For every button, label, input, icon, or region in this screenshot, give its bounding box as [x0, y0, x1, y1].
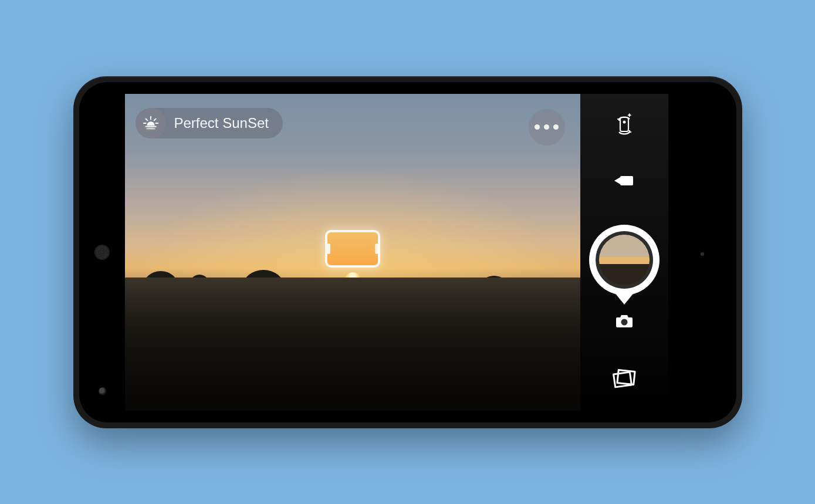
shutter-inner	[596, 231, 653, 289]
nav-dot	[701, 252, 704, 256]
more-icon	[535, 124, 540, 130]
svg-line-5	[146, 119, 147, 120]
gallery-button[interactable]	[610, 364, 638, 393]
camera-icon	[615, 313, 634, 329]
focus-reticle[interactable]	[325, 230, 380, 268]
more-options-button[interactable]	[529, 109, 565, 146]
svg-rect-11	[620, 176, 633, 185]
video-mode-button[interactable]	[610, 167, 638, 195]
switch-camera-button[interactable]	[610, 111, 638, 140]
scene-mode-label: Perfect SunSet	[174, 115, 269, 131]
svg-point-10	[623, 120, 625, 123]
shutter-pointer	[614, 292, 635, 305]
sunset-icon	[136, 108, 166, 138]
phone-inner: Perfect SunSet	[79, 82, 736, 422]
photo-mode-indicator[interactable]	[610, 307, 638, 335]
switch-camera-icon	[613, 112, 636, 139]
phone-frame: Perfect SunSet	[73, 76, 742, 428]
front-camera-dot	[99, 387, 107, 395]
camera-viewfinder[interactable]: Perfect SunSet	[125, 94, 580, 411]
shutter-button[interactable]	[589, 225, 660, 295]
svg-point-13	[621, 319, 627, 325]
earpiece-speaker	[94, 245, 110, 260]
ground	[125, 278, 580, 411]
gallery-icon	[612, 367, 637, 390]
svg-line-6	[154, 119, 155, 120]
left-bezel	[79, 82, 125, 422]
svg-rect-9	[620, 117, 628, 131]
shutter-preview-thumb	[599, 235, 650, 285]
video-icon	[613, 174, 635, 188]
svg-marker-12	[614, 177, 620, 184]
camera-controls-strip	[580, 94, 668, 411]
screen: Perfect SunSet	[125, 94, 668, 411]
scene-mode-pill[interactable]: Perfect SunSet	[136, 108, 283, 138]
